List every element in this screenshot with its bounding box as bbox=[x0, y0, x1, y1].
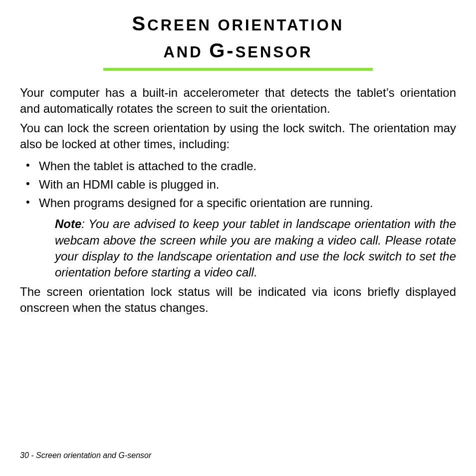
title-rest-1: CREEN ORIENTATION bbox=[147, 16, 344, 34]
note-text: : You are advised to keep your tablet in… bbox=[55, 217, 456, 279]
page-title: SCREEN ORIENTATION AND G-SENSOR bbox=[20, 10, 456, 64]
note-block: Note: You are advised to keep your table… bbox=[55, 216, 456, 281]
title-underline bbox=[103, 68, 373, 71]
page-title-block: SCREEN ORIENTATION AND G-SENSOR bbox=[20, 10, 456, 71]
title-prefix-2: AND bbox=[163, 43, 209, 61]
bullet-list: When the tablet is attached to the cradl… bbox=[20, 157, 456, 213]
page-footer: 30 - Screen orientation and G-sensor bbox=[20, 451, 151, 460]
paragraph-1: Your computer has a built-in acceleromet… bbox=[20, 85, 456, 117]
paragraph-2: You can lock the screen orientation by u… bbox=[20, 120, 456, 153]
footer-section: Screen orientation and G-sensor bbox=[36, 451, 151, 460]
list-item: When programs designed for a specific or… bbox=[20, 194, 456, 212]
paragraph-3: The screen orientation lock status will … bbox=[20, 284, 456, 316]
title-dash: - bbox=[227, 39, 235, 61]
list-item: When the tablet is attached to the cradl… bbox=[20, 157, 456, 175]
footer-separator: - bbox=[29, 451, 36, 460]
title-cap-1: S bbox=[132, 12, 148, 34]
list-item: With an HDMI cable is plugged in. bbox=[20, 175, 456, 194]
page-number: 30 bbox=[20, 451, 29, 460]
title-rest-2: SENSOR bbox=[236, 43, 313, 61]
title-cap-2: G bbox=[209, 39, 227, 61]
note-label: Note bbox=[55, 217, 81, 231]
